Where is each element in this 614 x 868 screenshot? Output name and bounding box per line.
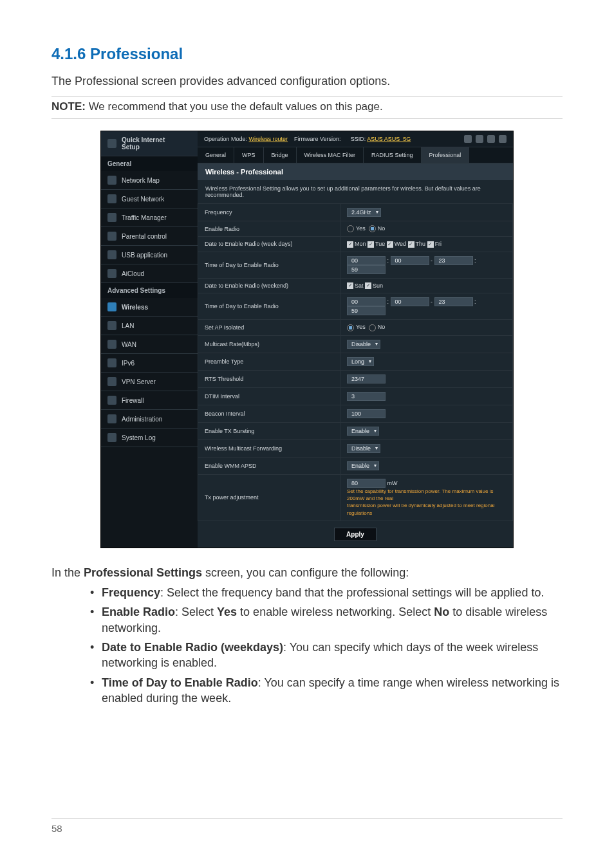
panel-title: Wireless - Professional [198,163,513,180]
guest-network-icon [107,194,116,203]
enable-radio-no-radio[interactable] [369,225,376,232]
topbar-icon-1[interactable] [464,135,472,143]
tod-wk-m1[interactable]: 00 [391,297,429,306]
sidebar-item-wireless[interactable]: Wireless [101,298,198,317]
apply-button[interactable]: Apply [334,528,377,541]
sidebar-item-aicloud[interactable]: AiCloud [101,264,198,283]
sidebar-item-wan[interactable]: WAN [101,335,198,354]
op-mode-label: Operation Mode: [204,136,247,142]
wmm-apsd-label: Enable WMM APSD [198,457,340,474]
network-map-icon [107,176,116,185]
frequency-select[interactable]: 2.4GHz [347,208,381,217]
tab-professional[interactable]: Professional [422,147,470,163]
tx-bursting-label: Enable TX Bursting [198,422,340,439]
topbar: Operation Mode: Wireless router Firmware… [198,131,513,147]
sidebar-head-advanced: Advanced Settings [101,283,198,298]
rts-input[interactable]: 2347 [347,374,386,383]
sidebar-item-lan[interactable]: LAN [101,317,198,335]
bullet-list: Frequency: Select the frequency band tha… [90,585,563,706]
wireless-icon [107,302,116,311]
tab-general[interactable]: General [198,147,234,163]
preamble-select[interactable]: Long [347,357,374,366]
tod-week-h2[interactable]: 23 [434,256,473,265]
dtim-input[interactable]: 3 [347,392,386,401]
traffic-manager-icon [107,213,116,222]
sidebar-head-general: General [101,156,198,171]
preamble-label: Preamble Type [198,353,340,370]
page-number: 58 [51,818,563,834]
chk-fri[interactable]: ✓ [427,241,434,248]
tx-power-unit: mW [387,480,398,486]
tod-weekend-label: Time of Day to Enable Radio [198,293,340,320]
tab-radius-setting[interactable]: RADIUS Setting [364,147,422,163]
tabs: General WPS Bridge Wireless MAC Filter R… [198,147,513,163]
multicast-fwd-select[interactable]: Disable [347,444,380,453]
sidebar-item-administration[interactable]: Administration [101,410,198,429]
settings-table: Frequency 2.4GHz Enable Radio Yes No Dat… [198,203,513,521]
tod-wk-h1[interactable]: 00 [347,297,386,306]
sidebar-item-traffic-manager[interactable]: Traffic Manager [101,208,198,227]
date-weekend-label: Date to Enable Radio (weekend) [198,278,340,293]
section-heading: 4.1.6 Professional [51,45,563,63]
chk-sun[interactable]: ✓ [365,282,371,289]
beacon-input[interactable]: 100 [347,409,386,418]
sidebar-item-qis[interactable]: Quick Internet Setup [101,131,198,156]
administration-icon [107,414,116,423]
lead-paragraph: The Professional screen provides advance… [51,75,563,88]
qis-line1: Quick Internet [122,136,165,143]
tab-wps[interactable]: WPS [234,147,264,163]
note-label: NOTE: [51,100,86,113]
ssid-link[interactable]: ASUS ASUS_5G [367,136,411,142]
chk-wed[interactable]: ✓ [387,241,393,248]
ssid-label: SSID: [351,136,366,142]
ap-isolated-label: Set AP Isolated [198,320,340,335]
qis-icon [107,139,116,148]
enable-radio-yes-radio[interactable] [347,225,354,232]
bullet-enable-radio: Enable Radio: Select Yes to enable wirel… [90,604,563,636]
sidebar-item-parental-control[interactable]: Parental control [101,227,198,246]
ap-isolated-no-radio[interactable] [369,324,376,331]
tod-week-h1[interactable]: 00 [347,256,386,265]
sidebar-item-guest-network[interactable]: Guest Network [101,190,198,208]
beacon-label: Beacon Interval [198,405,340,422]
topbar-icon-4[interactable] [499,135,507,143]
frequency-label: Frequency [198,204,340,221]
sidebar-item-usb-application[interactable]: USB application [101,246,198,264]
tab-bridge[interactable]: Bridge [264,147,297,163]
sidebar-item-system-log[interactable]: System Log [101,429,198,447]
sidebar-item-firewall[interactable]: Firewall [101,391,198,410]
tod-wk-m2[interactable]: 59 [347,306,386,315]
tx-power-note2: transmission power will be dynamically a… [347,503,494,515]
parental-control-icon [107,232,116,241]
system-log-icon [107,433,116,442]
tod-week-m1[interactable]: 00 [391,256,429,265]
wmm-apsd-select[interactable]: Enable [347,461,379,470]
sidebar-item-ipv6[interactable]: IPv6 [101,354,198,373]
sidebar-item-network-map[interactable]: Network Map [101,171,198,190]
lan-icon [107,321,116,330]
multicast-rate-select[interactable]: Disable [347,340,380,349]
topbar-icon-2[interactable] [476,135,483,143]
router-ui-screenshot: Quick Internet Setup General Network Map… [100,131,514,548]
tab-wireless-mac-filter[interactable]: Wireless MAC Filter [297,147,364,163]
tod-week-m2[interactable]: 59 [347,265,386,274]
chk-mon[interactable]: ✓ [347,241,353,248]
tx-power-note1: Set the capability for transmission powe… [347,488,494,501]
paragraph-after: In the Professional Settings screen, you… [51,566,563,580]
note-box: NOTE: We recommend that you use the defa… [51,96,563,119]
chk-thu[interactable]: ✓ [408,241,414,248]
sidebar-item-vpn-server[interactable]: VPN Server [101,373,198,391]
chk-sat[interactable]: ✓ [347,282,353,289]
tx-bursting-select[interactable]: Enable [347,427,379,436]
usb-application-icon [107,250,116,259]
ap-isolated-yes-radio[interactable] [347,324,354,331]
op-mode-link[interactable]: Wireless router [249,136,288,142]
tod-wk-h2[interactable]: 23 [434,297,473,306]
bullet-date-weekdays: Date to Enable Radio (weekdays): You can… [90,640,563,671]
topbar-icon-3[interactable] [487,135,495,143]
chk-tue[interactable]: ✓ [367,241,374,248]
fw-label: Firmware Version: [294,136,341,142]
tx-power-input[interactable]: 80 [347,479,386,488]
note-text: We recommend that you use the default va… [89,100,383,113]
date-weekdays-label: Date to Enable Radio (week days) [198,237,340,252]
